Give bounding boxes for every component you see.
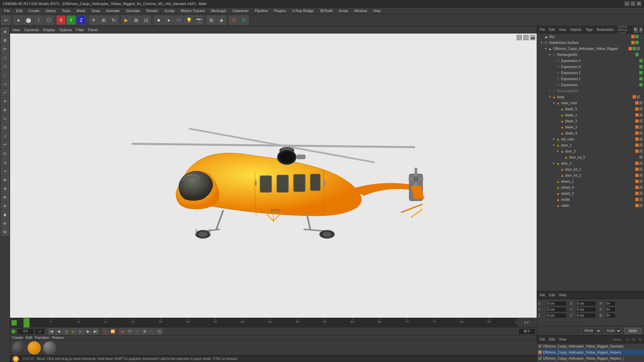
- motion-btn[interactable]: ≋: [134, 328, 141, 335]
- tree-item-door-int1[interactable]: ▲ door_int_1: [537, 166, 644, 172]
- tree-item-blade5[interactable]: ▲ blade_5: [537, 106, 644, 112]
- menu-sculpt[interactable]: Sculpt: [162, 8, 177, 13]
- menu-simulate[interactable]: Simulate: [123, 8, 143, 13]
- expand-body[interactable]: ▼: [548, 95, 552, 99]
- left-tool-18[interactable]: ⊗: [1, 176, 9, 184]
- expand-expr3[interactable]: [552, 65, 556, 69]
- expand-wheel1[interactable]: [552, 179, 556, 183]
- attr-header-view[interactable]: View: [557, 293, 568, 297]
- name-row-geometry[interactable]: Offshore_Cargo_Helicopter_Yellow_Rigged_…: [537, 343, 644, 349]
- menu-help[interactable]: Help: [371, 8, 384, 13]
- expand-expr1[interactable]: [552, 77, 556, 81]
- render-all-btn[interactable]: ⊡: [142, 15, 151, 25]
- options-btn[interactable]: ⊞: [141, 328, 148, 335]
- current-frame-display[interactable]: 0 F: [17, 328, 34, 335]
- left-tool-19[interactable]: ◈: [1, 184, 9, 192]
- expand-door1[interactable]: ▼: [552, 161, 556, 165]
- left-tool-1[interactable]: ◈: [1, 27, 9, 36]
- maximize-button[interactable]: □: [631, 1, 635, 6]
- left-tool-5[interactable]: ⬡: [1, 62, 9, 70]
- tree-item-door-int5[interactable]: ▲ door_int_5: [537, 154, 644, 160]
- viewport-menu-view[interactable]: View: [12, 28, 20, 32]
- playback-speed[interactable]: 17: [35, 328, 45, 335]
- name-list-content[interactable]: Offshore_Cargo_Helicopter_Yellow_Rigged_…: [537, 343, 644, 362]
- scale-tool-btn[interactable]: ⊞: [99, 15, 108, 25]
- left-tool-17[interactable]: ⌖: [1, 167, 9, 175]
- obj-header-tags[interactable]: Tags: [584, 28, 594, 32]
- camera-btn[interactable]: 📷: [194, 15, 204, 25]
- tree-item-door3[interactable]: ▼ ▲ door_3: [537, 148, 644, 154]
- timeline-btn[interactable]: ⏱: [126, 328, 133, 335]
- obj-search-btn[interactable]: 🔍: [634, 27, 638, 33]
- viewport-maximize-btn[interactable]: ⤢: [517, 35, 522, 40]
- left-tool-3[interactable]: ⟳: [1, 45, 9, 53]
- obj-header-file[interactable]: File: [538, 28, 546, 32]
- menu-3dtoall[interactable]: 3DToAll: [317, 8, 335, 13]
- sphere-btn[interactable]: ●: [164, 15, 173, 25]
- play-btn[interactable]: ▶: [70, 328, 77, 335]
- attr-y-pos[interactable]: [546, 307, 567, 312]
- expand-blade2[interactable]: [556, 119, 560, 123]
- tree-item-expr2[interactable]: ~ Expression.2: [537, 70, 644, 76]
- name-row-helpers-freeze[interactable]: Offshore_Cargo_Helicopter_Yellow_Rigged_…: [537, 355, 644, 361]
- render-region-btn[interactable]: ⊠: [131, 15, 141, 25]
- name-header-view[interactable]: View: [557, 338, 568, 341]
- tree-item-body[interactable]: ▼ ▲ body: [537, 94, 644, 100]
- attr-x-scale[interactable]: [576, 301, 596, 306]
- expand-expr[interactable]: [552, 83, 556, 87]
- tree-item-blade2[interactable]: ▲ blade_2: [537, 118, 644, 124]
- viewport-menu-display[interactable]: Display: [43, 28, 55, 32]
- left-tool-10[interactable]: ⊛: [1, 106, 9, 114]
- obj-config-btn[interactable]: ⚙: [639, 27, 643, 33]
- expand-sky[interactable]: [540, 35, 544, 39]
- rotate-tool-btn[interactable]: ↻: [109, 15, 118, 25]
- menu-create[interactable]: Create: [26, 8, 42, 13]
- render-view-btn[interactable]: ▶: [121, 15, 131, 25]
- menu-pipeline[interactable]: Pipeline: [252, 8, 270, 13]
- step-back-btn[interactable]: ◀: [55, 328, 62, 335]
- undo-button[interactable]: ↩: [1, 15, 11, 25]
- polys-mode-btn[interactable]: ⬡: [44, 15, 53, 25]
- menu-character[interactable]: Character: [230, 8, 251, 13]
- menu-snap[interactable]: Snap: [89, 8, 103, 13]
- left-tool-23[interactable]: ⊛: [1, 219, 9, 227]
- play-forward-btn[interactable]: ▷: [77, 328, 84, 335]
- points-mode-btn[interactable]: ⬤: [24, 15, 33, 25]
- attr-header-edit[interactable]: Edit: [548, 293, 556, 297]
- menu-mesh[interactable]: Mesh: [74, 8, 88, 13]
- light-btn[interactable]: 💡: [184, 15, 194, 25]
- name-row-helpers[interactable]: Offshore_Cargo_Helicopter_Yellow_Rigged_…: [537, 349, 644, 355]
- attr-h-val[interactable]: [605, 301, 615, 306]
- mat-menu-function[interactable]: Function: [35, 336, 49, 340]
- menu-render[interactable]: Render: [144, 8, 161, 13]
- left-tool-11[interactable]: ∿: [1, 115, 9, 123]
- expand-subdivision[interactable]: ▼: [540, 41, 544, 45]
- left-tool-20[interactable]: ⊕: [1, 193, 9, 201]
- tree-item-inside[interactable]: ▲ inside: [537, 196, 644, 202]
- tree-item-tail-rotor[interactable]: ▼ ▲ tail_rotor: [537, 136, 644, 142]
- coord-system-select[interactable]: World Local Screen: [582, 328, 601, 334]
- viewport-camera-btn[interactable]: 📷: [530, 35, 535, 40]
- timeline-ruler[interactable]: 051015202530354045505560657075808590: [23, 318, 517, 327]
- plugin2-btn[interactable]: P: [239, 15, 249, 25]
- tree-item-expr3[interactable]: ~ Expression.3: [537, 64, 644, 70]
- edges-mode-btn[interactable]: /: [34, 15, 43, 25]
- left-tool-12[interactable]: ◎: [1, 123, 9, 131]
- tree-item-door2[interactable]: ▼ ▲ door_2: [537, 142, 644, 148]
- mat-menu-texture[interactable]: Texture: [52, 336, 64, 340]
- attr-y-scale[interactable]: [576, 307, 596, 312]
- plugin1-btn[interactable]: S: [229, 15, 238, 25]
- name-header-file[interactable]: File: [538, 338, 546, 341]
- left-tool-8[interactable]: ⤢: [1, 88, 9, 97]
- tree-item-cabin[interactable]: ▲ cabin: [537, 202, 644, 208]
- tree-item-expr4[interactable]: ~ Expression.4: [537, 58, 644, 64]
- scale-mode-select[interactable]: Scale Size: [604, 328, 622, 334]
- menu-animate[interactable]: Animate: [104, 8, 122, 13]
- name-header-edit[interactable]: Edit: [548, 338, 556, 341]
- menu-file[interactable]: File: [1, 8, 13, 13]
- powertrack-btn[interactable]: ⊡: [156, 328, 163, 335]
- tree-item-blade4[interactable]: ▲ blade_4: [537, 130, 644, 136]
- viewport-menu-cameras[interactable]: Cameras: [24, 28, 39, 32]
- menu-mograph[interactable]: MoGraph: [208, 8, 229, 13]
- attr-x-pos[interactable]: [546, 301, 567, 306]
